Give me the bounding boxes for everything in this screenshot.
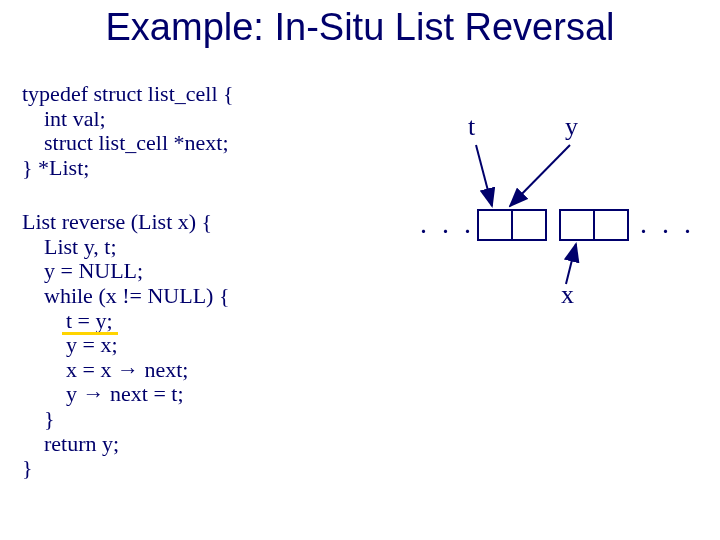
slide: Example: In-Situ List Reversal typedef s… bbox=[0, 0, 720, 540]
svg-rect-3 bbox=[594, 210, 628, 240]
pointer-arrow bbox=[476, 145, 492, 206]
pointer-arrow bbox=[510, 145, 570, 206]
list-diagram bbox=[420, 110, 720, 330]
typedef-code: typedef struct list_cell { int val; stru… bbox=[22, 82, 234, 181]
svg-rect-0 bbox=[478, 210, 512, 240]
slide-title: Example: In-Situ List Reversal bbox=[0, 6, 720, 49]
list-node bbox=[478, 210, 546, 240]
svg-rect-1 bbox=[512, 210, 546, 240]
pointer-arrow bbox=[566, 244, 576, 284]
reverse-code: List reverse (List x) { List y, t; y = N… bbox=[22, 210, 229, 481]
svg-rect-2 bbox=[560, 210, 594, 240]
list-node bbox=[560, 210, 628, 240]
highlight-underline bbox=[62, 332, 118, 335]
